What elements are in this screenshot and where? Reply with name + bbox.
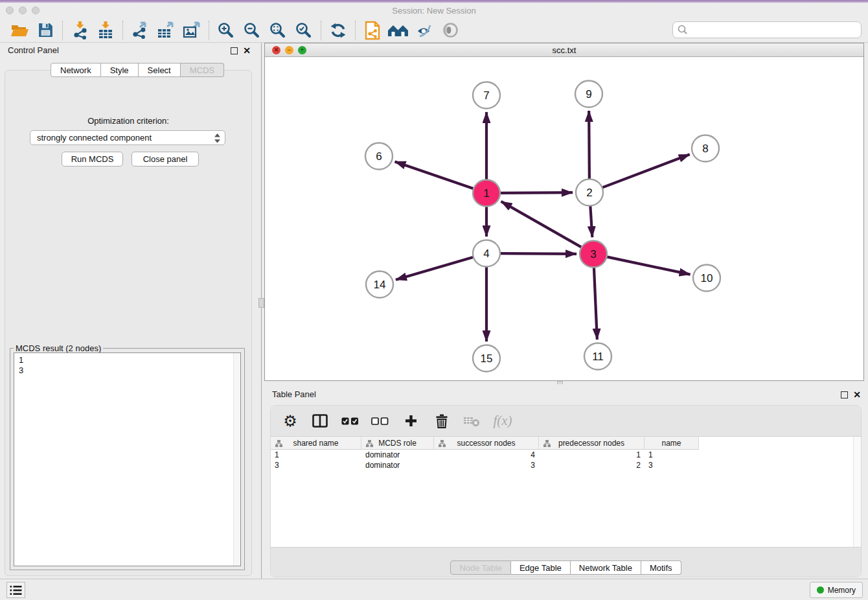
add-column-button[interactable] <box>399 410 422 433</box>
table-cell[interactable]: dominator <box>361 450 434 460</box>
hide-selected-button[interactable] <box>411 20 437 41</box>
import-network-button[interactable] <box>67 20 93 41</box>
graph-node-8[interactable]: 8 <box>692 135 719 162</box>
graph-node-10[interactable]: 10 <box>693 265 720 292</box>
graph-edge-2-3[interactable] <box>590 205 592 237</box>
graph-edge-3-11[interactable] <box>594 267 597 340</box>
deselect-all-button[interactable] <box>368 410 391 433</box>
graph-node-7[interactable]: 7 <box>473 82 500 109</box>
delete-columns-button[interactable] <box>430 410 453 433</box>
export-table-button[interactable] <box>153 20 179 41</box>
table-cell[interactable]: 3 <box>434 460 539 470</box>
vertical-splitter-handle[interactable] <box>258 298 264 308</box>
zoom-in-button[interactable] <box>213 20 239 41</box>
select-all-button[interactable] <box>338 410 361 433</box>
show-all-button[interactable] <box>437 20 463 41</box>
network-canvas-svg[interactable]: 1234678910111415 <box>265 57 863 380</box>
network-window-titlebar[interactable]: ✕ − + scc.txt <box>265 43 863 57</box>
graph-node-14[interactable]: 14 <box>366 271 393 298</box>
table-row[interactable]: 1dominator411 <box>271 450 853 460</box>
table-bottom-band: Node TableEdge TableNetwork TableMotifs <box>271 547 861 577</box>
graph-node-15[interactable]: 15 <box>473 345 500 372</box>
graph-node-label: 15 <box>481 352 493 365</box>
eye-slash-icon <box>416 23 433 38</box>
column-header-successor-nodes[interactable]: successor nodes <box>434 437 539 450</box>
criterion-dropdown[interactable]: strongly connected component <box>30 130 225 145</box>
table-scrollbar[interactable] <box>853 437 861 547</box>
graph-edge-1-2[interactable] <box>499 192 573 193</box>
zoom-selected-button[interactable] <box>291 20 317 41</box>
control-panel-close-button[interactable]: ✕ <box>243 46 251 55</box>
graph-node-11[interactable]: 11 <box>584 343 611 370</box>
hierarchy-sort-icon <box>439 440 446 447</box>
task-history-button[interactable] <box>6 582 25 598</box>
tab-mcds[interactable]: MCDS <box>181 63 224 77</box>
graph-edge-3-1[interactable] <box>501 202 582 248</box>
tab-style[interactable]: Style <box>101 63 139 77</box>
table-options-button[interactable]: ⚙ <box>279 410 302 433</box>
column-header-name[interactable]: name <box>645 437 699 450</box>
graph-edge-4-14[interactable] <box>396 257 474 280</box>
table-cell[interactable]: 4 <box>434 450 539 460</box>
graph-node-3[interactable]: 3 <box>580 241 607 268</box>
table-cell[interactable]: 1 <box>271 450 361 460</box>
tab-network-table[interactable]: Network Table <box>571 560 641 575</box>
table-panel-close-button[interactable]: ✕ <box>853 390 861 399</box>
app-title: Session: New Session <box>0 6 868 16</box>
mcds-result-text[interactable]: 1 3 <box>14 352 241 566</box>
table-cell[interactable]: 2 <box>539 460 645 470</box>
graph-edge-2-9[interactable] <box>589 111 589 179</box>
zoom-fit-button[interactable] <box>265 20 291 41</box>
network-canvas[interactable]: 1234678910111415 <box>265 57 863 380</box>
graph-edge-3-10[interactable] <box>606 257 691 274</box>
open-session-button[interactable] <box>6 20 32 41</box>
graph-node-label: 1 <box>483 187 489 200</box>
new-network-from-selection-button[interactable] <box>360 20 385 41</box>
tab-motifs[interactable]: Motifs <box>641 560 681 575</box>
import-table-button[interactable] <box>93 20 119 41</box>
column-header-predecessor-nodes[interactable]: predecessor nodes <box>539 437 645 450</box>
graph-edge-4-3[interactable] <box>499 253 577 254</box>
apply-layout-button[interactable] <box>325 20 351 41</box>
application-window: Session: New Session <box>0 0 868 600</box>
close-panel-button[interactable]: Close panel <box>131 152 199 167</box>
function-builder-button[interactable]: f(x) <box>491 410 514 433</box>
column-header-label: name <box>661 439 681 448</box>
export-image-button[interactable] <box>179 20 205 41</box>
tab-node-table[interactable]: Node Table <box>450 560 511 575</box>
table-cell[interactable]: dominator <box>361 460 434 470</box>
search-input[interactable] <box>672 21 862 38</box>
zoom-out-button[interactable] <box>239 20 265 41</box>
tab-select[interactable]: Select <box>139 63 181 77</box>
vertical-splitter[interactable] <box>257 43 264 579</box>
table-cell[interactable]: 1 <box>539 450 645 460</box>
mcds-result-scrollbar[interactable] <box>233 353 240 566</box>
table-cell[interactable]: 3 <box>645 460 699 470</box>
export-network-button[interactable] <box>127 20 153 41</box>
column-header-shared-name[interactable]: shared name <box>271 437 361 450</box>
control-panel-title: Control Panel <box>8 45 59 55</box>
graph-edge-2-8[interactable] <box>602 154 690 188</box>
table-row[interactable]: 3dominator323 <box>271 460 853 470</box>
criterion-dropdown-value: strongly connected component <box>37 133 152 143</box>
memory-button[interactable]: Memory <box>810 582 863 598</box>
run-mcds-button[interactable]: Run MCDS <box>62 152 123 167</box>
first-neighbors-button[interactable] <box>385 20 411 41</box>
save-session-button[interactable] <box>32 20 58 41</box>
toggle-column-panel-button[interactable] <box>308 410 332 433</box>
tab-network[interactable]: Network <box>51 63 101 77</box>
graph-node-6[interactable]: 6 <box>365 143 393 170</box>
table-cell[interactable]: 1 <box>645 450 699 460</box>
delete-table-button[interactable] <box>460 410 483 433</box>
graph-node-4[interactable]: 4 <box>473 240 500 267</box>
table-cell[interactable]: 3 <box>271 460 361 470</box>
control-panel-float-button[interactable] <box>231 47 238 54</box>
column-header-MCDS-role[interactable]: MCDS role <box>361 437 434 450</box>
graph-node-2[interactable]: 2 <box>576 179 603 206</box>
graph-node-9[interactable]: 9 <box>575 81 602 108</box>
graph-node-1[interactable]: 1 <box>473 180 500 207</box>
import-table-icon <box>97 21 114 40</box>
tab-edge-table[interactable]: Edge Table <box>511 560 571 575</box>
graph-edge-1-6[interactable] <box>395 161 474 189</box>
table-panel-float-button[interactable] <box>841 391 848 398</box>
